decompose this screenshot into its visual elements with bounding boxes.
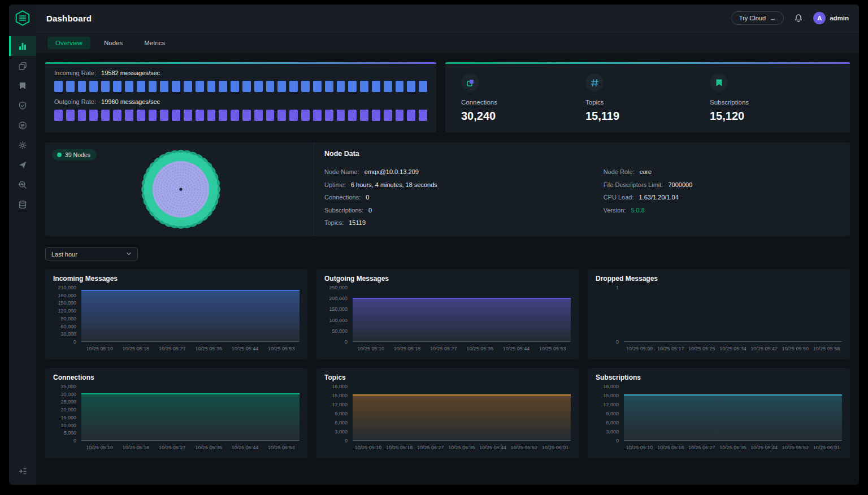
dashboard-icon [18,42,27,51]
x-tick-label: 10/25 05:50 [782,346,809,351]
rate-block [419,110,427,121]
incoming-rate-gauge [54,81,427,92]
chevron-down-icon [126,251,132,258]
stat-value: 30,240 [461,110,585,123]
notifications-bell-icon[interactable] [794,14,803,23]
rate-block [113,81,121,92]
rate-block [277,81,286,92]
field-value: 15119 [349,219,366,226]
x-tick-label: 10/25 05:35 [719,445,747,450]
node-fields-right: Node Role:coreFile Descriptors Limit:700… [604,168,840,226]
tab-nodes[interactable]: Nodes [96,37,131,49]
rate-block [360,110,368,121]
field-value: 7000000 [668,181,692,188]
y-tick-label: 9,000 [335,411,348,416]
plot-area [624,387,842,441]
y-tick-label: 100,000 [329,318,348,323]
sidebar-item-subscriptions-nav[interactable] [9,76,36,95]
subscriptions-icon [710,73,728,92]
field-value: 0 [368,207,372,214]
rate-block [172,110,180,121]
rate-block [337,110,345,121]
rate-block [231,81,239,92]
sidebar-collapse-button[interactable] [18,467,27,478]
rate-block [54,110,63,121]
x-axis: 10/25 05:1010/25 05:1810/25 05:2710/25 0… [353,346,571,351]
extensions-icon [18,160,27,170]
stat-connections: Connections30,240 [461,73,585,133]
rate-block [396,81,404,92]
x-tick-label: 10/25 05:44 [479,445,506,450]
node-field: Topics:15119 [324,219,604,226]
y-tick-label: 0 [616,339,619,345]
node-field: Version:5.0.8 [604,207,840,214]
sidebar-item-diagnose[interactable] [9,175,36,194]
cluster-ring-chart [140,149,222,230]
field-label: File Descriptors Limit: [604,181,663,188]
y-axis: 10 [596,288,624,342]
rate-block [301,81,310,92]
sidebar-item-rules[interactable] [9,115,36,135]
y-tick-label: 180,000 [58,293,76,298]
y-tick-label: 20,000 [60,407,76,412]
sidebar-item-connections-nav[interactable] [9,56,36,76]
topics-icon [585,73,604,92]
sidebar-item-extensions[interactable] [9,155,36,175]
tab-overview[interactable]: Overview [47,37,90,49]
rate-block [149,81,157,92]
outgoing-rate-value: 19960 messages/sec [101,98,160,105]
rate-block [78,110,86,121]
y-tick-label: 6,000 [335,420,348,425]
system-icon [18,200,27,209]
tab-metrics[interactable]: Metrics [136,37,173,49]
y-tick-label: 210,000 [58,285,76,290]
diagnose-icon [18,180,27,189]
sidebar-item-access-control[interactable] [9,95,36,115]
try-cloud-button[interactable]: Try Cloud → [731,11,784,25]
sidebar [9,5,36,485]
connections-nav-icon [18,62,27,71]
y-tick-label: 3,000 [335,429,348,435]
sidebar-nav [9,36,36,467]
node-field: Node Role:core [604,168,840,175]
x-tick-label: 10/25 06:01 [542,445,569,450]
sidebar-item-system[interactable] [9,194,36,214]
x-tick-label: 10/25 05:18 [123,346,150,351]
rate-block [372,81,380,92]
x-tick-label: 10/25 05:44 [750,445,778,450]
series-area [353,394,571,440]
x-tick-label: 10/25 05:27 [417,445,444,450]
subscriptions-nav-icon [18,81,27,90]
rate-block [137,81,145,92]
sidebar-item-dashboard[interactable] [9,36,36,56]
x-tick-label: 10/25 05:27 [159,346,186,351]
rate-block [348,81,357,92]
y-axis: 18,00015,00012,0009,0006,0003,0000 [596,387,624,441]
stat-value: 15,120 [710,110,834,123]
rate-block [348,110,357,121]
chart-title: Dropped Messages [596,275,842,283]
x-tick-label: 10/25 05:10 [357,346,384,351]
y-tick-label: 6,000 [606,420,619,425]
plot-area [353,387,571,441]
incoming-rate-row: Incoming Rate: 19582 messages/sec [54,70,427,76]
rate-block [207,81,216,92]
x-axis: 10/25 05:1010/25 05:1810/25 05:2710/25 0… [81,346,300,351]
user-menu[interactable]: A admin [813,12,849,24]
time-range-select[interactable]: Last hour [45,248,138,260]
incoming-rate-value: 19582 messages/sec [101,70,160,76]
series-area [624,394,842,440]
rate-block [372,110,380,121]
field-value: 0 [366,194,369,201]
x-tick-label: 10/25 05:18 [386,445,413,450]
field-label: Version: [604,207,626,214]
sidebar-item-data-integration[interactable] [9,135,36,155]
rate-block [254,110,263,121]
rate-block [407,110,415,121]
x-tick-label: 10/25 05:10 [355,445,382,450]
x-tick-label: 10/25 05:10 [626,445,653,450]
outgoing-rate-label: Outgoing Rate: [54,98,96,105]
x-tick-label: 10/25 05:18 [394,346,421,351]
outgoing-rate-gauge [54,110,427,121]
y-axis: 210,000180,000150,000120,00090,00060,000… [53,288,81,342]
